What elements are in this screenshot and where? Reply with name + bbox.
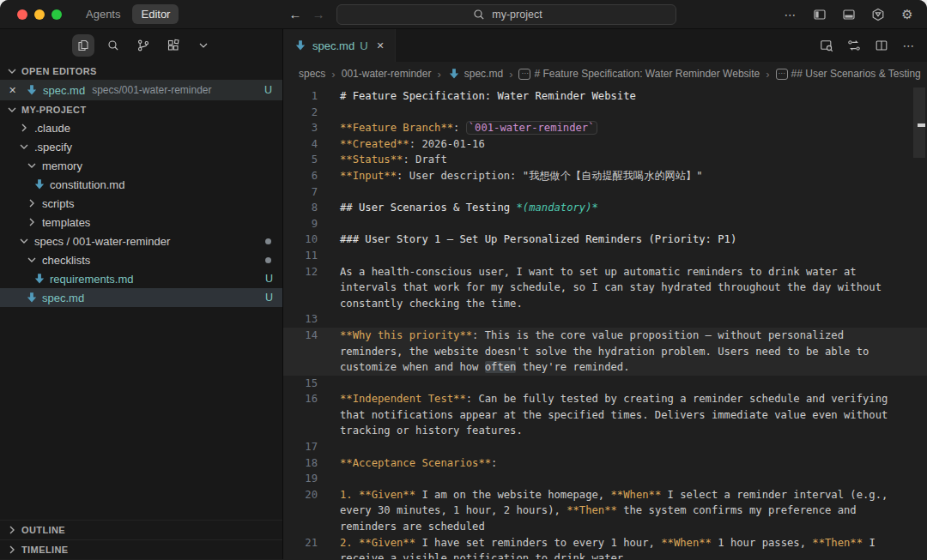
editor-line-5[interactable]: 5**Status**: Draft (283, 152, 927, 168)
layout-sidebar-icon[interactable] (812, 7, 827, 22)
editor-line-19[interactable]: 19 (283, 471, 927, 487)
editor-line-12[interactable]: 12As a health-conscious user, I want to … (283, 264, 927, 312)
breadcrumb-item[interactable]: ⋯## User Scenarios & Testing (776, 68, 921, 80)
tree-item-specs-001-water-reminder[interactable]: specs / 001-water-reminder (0, 232, 282, 250)
outline-section[interactable]: OUTLINE (0, 521, 282, 539)
tree-item-templates[interactable]: templates (0, 213, 282, 232)
editor-line-1[interactable]: 1# Feature Specification: Water Reminder… (283, 88, 927, 105)
editor-line-10[interactable]: 10### User Story 1 – Set Up Personalized… (283, 232, 927, 248)
tab-filename: spec.md (312, 39, 354, 52)
editor-line-18[interactable]: 18**Acceptance Scenarios**: (283, 455, 927, 472)
breadcrumb-label: 001-water-reminder (342, 68, 432, 80)
editor-line-6[interactable]: 6**Input**: User description: "我想做个【自动提醒… (283, 168, 927, 184)
tab-git-badge: U (360, 39, 367, 52)
editor-group: spec.md U ✕ ⋯ specs›001-water-reminder›s… (283, 29, 927, 559)
line-number: 7 (283, 184, 318, 201)
breadcrumb-item[interactable]: 001-water-reminder (342, 68, 432, 80)
tree-item-.claude[interactable]: .claude (0, 118, 282, 137)
breadcrumb-separator-icon: › (509, 68, 512, 81)
editor-line-3[interactable]: 3**Feature Branch**: `001-water-reminder… (283, 120, 927, 136)
editor-line-9[interactable]: 9 (283, 216, 927, 232)
chevron-down-icon[interactable] (192, 34, 215, 57)
tree-item-label: constitution.md (50, 178, 124, 191)
more-actions-icon[interactable]: ⋯ (901, 38, 917, 53)
scrollbar[interactable] (913, 87, 925, 158)
activity-bar (0, 29, 282, 62)
tree-item-label: requirements.md (50, 273, 134, 286)
line-content: **Independent Test**: Can be fully teste… (340, 391, 900, 439)
code-editor[interactable]: 1# Feature Specification: Water Reminder… (283, 86, 927, 559)
open-editor-item[interactable]: ✕ spec.md specs/001-water-reminder U (0, 80, 282, 100)
tab-agents[interactable]: Agents (77, 4, 129, 24)
chevron-right-icon (25, 196, 39, 210)
source-control-icon[interactable] (132, 34, 154, 57)
line-content: # Feature Specification: Water Reminder … (340, 88, 900, 105)
line-number: 5 (283, 152, 318, 168)
line-number: 11 (283, 248, 318, 264)
tree-item-label: .specify (34, 141, 72, 154)
tree-item-label: spec.md (42, 292, 84, 304)
tree-item-memory[interactable]: memory (0, 156, 282, 175)
chevron-down-icon (25, 159, 39, 172)
traffic-lights (17, 9, 62, 20)
editor-line-11[interactable]: 11 (283, 248, 927, 264)
line-number: 10 (283, 232, 318, 248)
editor-line-15[interactable]: 15 (283, 376, 927, 392)
line-number: 12 (283, 264, 318, 280)
copilot-icon[interactable] (870, 7, 886, 22)
tree-item-constitution.md[interactable]: constitution.md (0, 175, 282, 194)
editor-line-8[interactable]: 8## User Scenarios & Testing *(mandatory… (283, 200, 927, 216)
close-window-button[interactable] (17, 9, 27, 20)
editor-line-13[interactable]: 13 (283, 311, 927, 328)
project-header[interactable]: MY-PROJECT (0, 100, 282, 118)
open-preview-icon[interactable] (819, 38, 834, 53)
editor-line-7[interactable]: 7 (283, 184, 927, 201)
markdown-file-icon (33, 178, 46, 191)
editor-line-14[interactable]: 14**Why this priority**: This is the cor… (283, 328, 927, 376)
tree-item-scripts[interactable]: scripts (0, 194, 282, 213)
command-center-search[interactable]: my-project (336, 4, 676, 25)
editor-line-21[interactable]: 212. **Given** I have set reminders to e… (283, 535, 927, 559)
tab-spec-md[interactable]: spec.md U ✕ (283, 29, 396, 62)
editor-line-2[interactable]: 2 (283, 105, 927, 121)
line-content: 2. **Given** I have set reminders to eve… (340, 535, 900, 559)
git-status-badge: U (264, 84, 272, 96)
minimize-window-button[interactable] (34, 9, 45, 20)
more-ellipsis-icon[interactable]: ⋯ (783, 7, 798, 22)
editor-line-17[interactable]: 17 (283, 439, 927, 455)
nav-back-icon[interactable]: ← (288, 7, 301, 21)
breadcrumb: specs›001-water-reminder›spec.md›⋯# Feat… (283, 62, 927, 86)
editor-line-20[interactable]: 201. **Given** I am on the website homep… (283, 487, 927, 535)
line-number: 9 (283, 216, 318, 232)
tree-item-spec.md[interactable]: spec.mdU (0, 288, 282, 307)
editor-line-16[interactable]: 16**Independent Test**: Can be fully tes… (283, 391, 927, 439)
open-changes-icon[interactable] (846, 38, 862, 53)
zoom-window-button[interactable] (52, 9, 62, 20)
tree-item-requirements.md[interactable]: requirements.mdU (0, 269, 282, 288)
close-icon[interactable]: ✕ (377, 40, 385, 51)
line-content: **Why this priority**: This is the core … (340, 328, 900, 376)
timeline-section[interactable]: TIMELINE (0, 540, 282, 559)
tree-item-.specify[interactable]: .specify (0, 137, 282, 156)
breadcrumb-item[interactable]: spec.md (447, 67, 503, 81)
line-number: 21 (283, 535, 318, 551)
line-content: As a health-conscious user, I want to se… (340, 264, 900, 312)
tree-item-checklists[interactable]: checklists (0, 250, 282, 269)
editor-line-4[interactable]: 4**Created**: 2026-01-16 (283, 136, 927, 153)
close-icon[interactable]: ✕ (9, 85, 21, 96)
extensions-icon[interactable] (162, 34, 185, 57)
settings-gear-icon[interactable]: ⚙ (900, 7, 915, 22)
breadcrumb-item[interactable]: ⋯# Feature Specification: Water Reminder… (518, 68, 760, 80)
open-editors-header[interactable]: OPEN EDITORS (0, 62, 282, 80)
explorer-files-icon[interactable] (72, 34, 94, 57)
breadcrumb-item[interactable]: specs (299, 68, 325, 80)
tree-item-label: .claude (34, 122, 70, 135)
line-number: 17 (283, 439, 318, 455)
split-editor-icon[interactable] (874, 38, 889, 53)
layout-panel-icon[interactable] (841, 7, 857, 22)
search-icon[interactable] (102, 34, 124, 57)
search-value: my-project (492, 9, 542, 21)
tab-editor[interactable]: Editor (132, 4, 179, 24)
search-icon (471, 7, 487, 22)
chevron-right-icon (17, 121, 31, 135)
